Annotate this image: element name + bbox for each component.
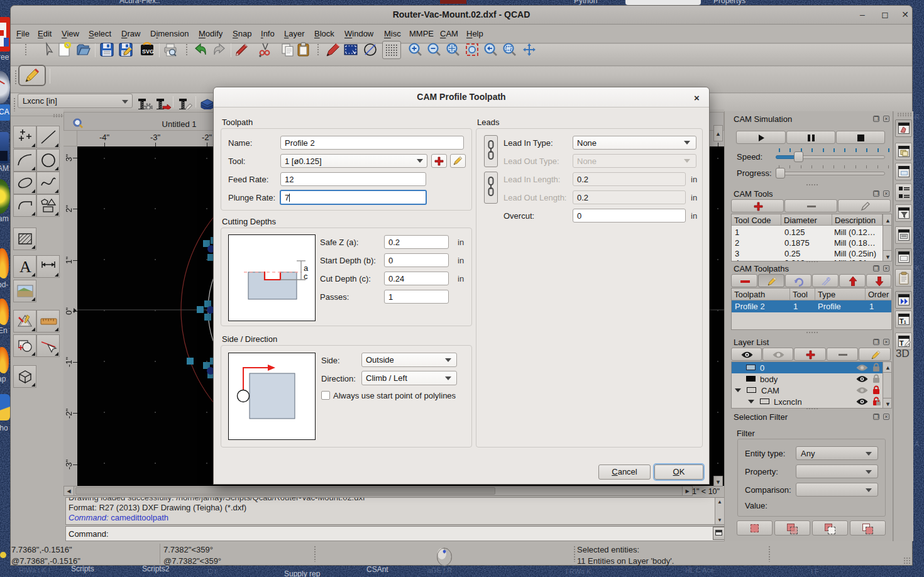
svg-text:SVG: SVG — [142, 48, 154, 55]
svg-text:c: c — [304, 272, 308, 281]
svg-text:A: A — [19, 258, 31, 275]
